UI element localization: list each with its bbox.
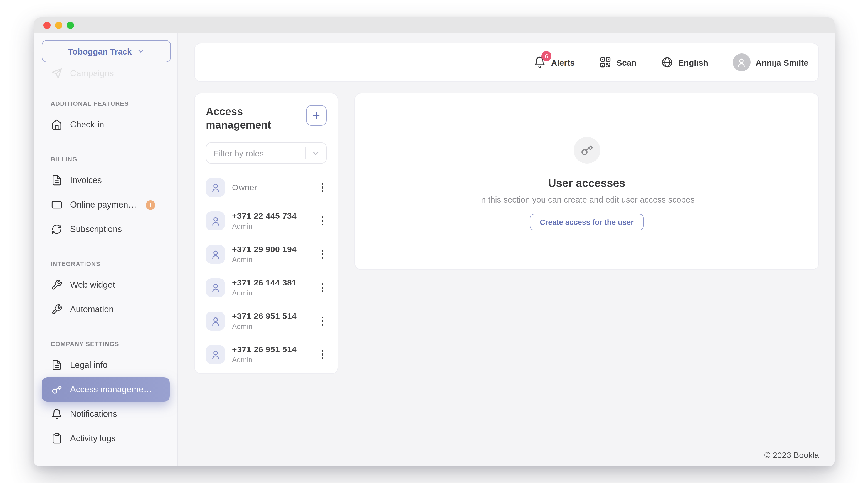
header-bar: 6 Alerts Scan English [194,43,819,82]
avatar [733,53,751,71]
sidebar-item-automation[interactable]: Automation [42,297,170,322]
sidebar-item-label: Invoices [70,175,102,185]
sidebar-item-label: Legal info [70,360,107,370]
sidebar-item-check-in[interactable]: Check-in [42,112,170,137]
section-billing: BILLING [51,156,178,162]
language-selector[interactable]: English [661,56,708,68]
key-icon [574,137,600,163]
alerts-label: Alerts [551,58,575,67]
sidebar-item-invoices[interactable]: Invoices [42,168,170,192]
titlebar [34,17,835,33]
user-menu[interactable]: Annija Smilte [733,53,808,71]
alerts-count-badge: 6 [542,51,552,61]
user-name: Owner [232,183,257,192]
user-name: +371 29 900 194 [232,244,297,254]
user-name: Annija Smilte [755,58,808,67]
language-label: English [678,58,708,67]
globe-icon [661,56,673,68]
row-menu-button[interactable] [318,180,327,195]
clipboard-icon [51,433,62,444]
sidebar-item-subscriptions[interactable]: Subscriptions [42,217,170,241]
zoom-button[interactable] [67,22,74,29]
user-icon [206,278,225,297]
sidebar-item-label: Activity logs [70,433,116,444]
user-row[interactable]: +371 26 951 514 Admin [206,338,327,371]
sidebar-item-web-widget[interactable]: Web widget [42,273,170,297]
sidebar-item-label: Access manageme… [70,385,152,395]
warning-badge: ! [146,200,155,210]
close-button[interactable] [43,22,51,29]
user-icon [206,211,225,230]
sidebar-item-activity-logs[interactable]: Activity logs [42,426,170,451]
key-icon [51,384,62,395]
user-role: Admin [232,222,253,230]
user-icon [206,345,225,364]
user-icon [206,245,225,264]
user-name: +371 26 951 514 [232,311,297,321]
minimize-button[interactable] [55,22,62,29]
roles-filter[interactable]: Filter by roles [206,143,327,163]
user-icon [206,178,225,197]
sidebar-item-notifications[interactable]: Notifications [42,402,170,426]
sidebar-item-label: Notifications [70,409,117,419]
user-row[interactable]: Owner [206,171,327,204]
empty-state-description: In this section you can create and edit … [479,195,694,204]
sidebar-item-label: Campaigns [70,68,114,79]
user-row[interactable]: +371 29 900 194 Admin [206,238,327,271]
panel-title: Access management [206,105,289,132]
sidebar-item-legal-info[interactable]: Legal info [42,353,170,377]
section-integrations: INTEGRATIONS [51,261,178,267]
user-row[interactable]: +371 26 951 514 Admin [206,304,327,338]
section-company-settings: COMPANY SETTINGS [51,340,178,347]
create-access-button[interactable]: Create access for the user [530,214,644,230]
sidebar-item-label: Online paymen… [70,200,137,210]
user-role: Admin [232,255,253,264]
user-row[interactable]: +371 22 445 734 Admin [206,204,327,238]
refresh-icon [51,224,62,235]
company-name: Toboggan Track [68,47,132,56]
user-name: +371 26 144 381 [232,278,297,287]
add-access-button[interactable] [306,105,327,126]
sidebar-item-access-management[interactable]: Access manageme… [42,377,170,402]
plus-icon [312,111,321,120]
chevron-down-icon [311,148,320,158]
alerts-button[interactable]: 6 Alerts [534,56,575,68]
user-accesses-panel: User accesses In this section you can cr… [354,93,819,270]
divider [306,147,306,159]
scan-button[interactable]: Scan [599,56,637,68]
row-menu-button[interactable] [318,247,327,262]
sidebar-item-campaigns[interactable]: Campaigns [42,66,170,81]
row-menu-button[interactable] [318,213,327,228]
chevron-down-icon [137,47,145,55]
bell-icon [51,409,62,420]
qr-code-icon [599,56,612,68]
wrench-icon [51,279,62,291]
user-access-list: Owner +371 22 445 734 Admin [206,171,327,371]
copyright: © 2023 Bookla [764,450,819,460]
row-menu-button[interactable] [318,313,327,328]
main-content: 6 Alerts Scan English [178,33,835,466]
sidebar-item-label: Web widget [70,280,115,290]
sidebar-item-label: Automation [70,304,114,314]
row-menu-button[interactable] [318,280,327,295]
send-icon [51,68,62,79]
home-icon [51,119,62,130]
sidebar-item-label: Subscriptions [70,224,122,234]
sidebar-item-label: Check-in [70,120,104,130]
company-selector[interactable]: Toboggan Track [42,40,171,62]
user-role: Admin [232,356,253,364]
filter-placeholder: Filter by roles [214,148,306,158]
sidebar-item-online-payments[interactable]: Online paymen… ! [42,192,170,217]
empty-state-title: User accesses [548,177,625,190]
user-role: Admin [232,322,253,331]
section-additional-features: ADDITIONAL FEATURES [51,100,178,107]
scan-label: Scan [617,58,637,67]
app-window: Toboggan Track Campaigns ADDITIONAL FEAT… [34,17,835,466]
user-row[interactable]: +371 26 144 381 Admin [206,271,327,304]
document-icon [51,359,62,371]
user-icon [206,312,225,331]
user-name: +371 26 951 514 [232,344,297,354]
row-menu-button[interactable] [318,347,327,362]
credit-card-icon [51,199,62,210]
wrench-icon [51,304,62,315]
